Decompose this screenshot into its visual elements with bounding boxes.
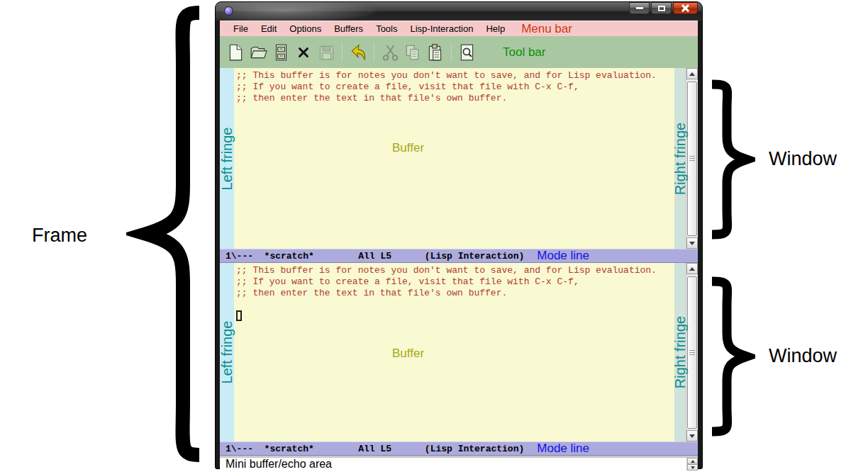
menu-item-options[interactable]: Options xyxy=(283,23,328,34)
new-file-button[interactable] xyxy=(226,43,245,62)
open-folder-icon xyxy=(249,43,267,62)
file-cabinet-icon xyxy=(272,43,290,62)
window-bottom: Left fringe ;; This buffer is for notes … xyxy=(220,263,698,442)
buffer-line: ;; If you want to create a file, visit t… xyxy=(236,276,674,288)
window-brace-top xyxy=(707,79,755,240)
tool-bar: Tool bar xyxy=(220,36,698,68)
thumb-grip-icon xyxy=(689,350,695,356)
thumb-grip-icon xyxy=(689,156,695,162)
right-fringe-top: Right fringe xyxy=(674,68,686,249)
menu-bar-annotation: Menu bar xyxy=(521,22,572,36)
frame-brace xyxy=(126,6,204,462)
buffer-line: ;; then enter the text in that file's ow… xyxy=(236,93,674,104)
minibuffer-scrollbar[interactable] xyxy=(686,458,698,471)
buffer-line: ;; This buffer is for notes you don't wa… xyxy=(236,265,674,276)
menu-item-file[interactable]: File xyxy=(227,23,255,34)
new-file-icon xyxy=(226,43,245,62)
buffer-line: ;; This buffer is for notes you don't wa… xyxy=(236,70,674,82)
search-icon xyxy=(458,43,477,62)
arrow-down-icon xyxy=(691,466,695,469)
scroll-up-button[interactable] xyxy=(687,458,698,464)
save-floppy-icon xyxy=(317,43,335,62)
buffer-line: ;; then enter the text in that file's ow… xyxy=(236,288,674,299)
close-button[interactable] xyxy=(673,2,698,14)
menu-item-tools[interactable]: Tools xyxy=(369,23,404,34)
scissors-icon xyxy=(381,43,399,62)
close-x-icon xyxy=(296,45,311,60)
undo-button[interactable] xyxy=(348,43,368,62)
scroll-up-button[interactable] xyxy=(686,68,698,79)
mode-line-annotation: Mode line xyxy=(537,249,589,263)
buffer-text-area-top[interactable]: ;; This buffer is for notes you don't wa… xyxy=(234,68,674,249)
tool-bar-annotation: Tool bar xyxy=(503,45,545,60)
maximize-icon xyxy=(658,6,665,11)
right-fringe-annotation: Right fringe xyxy=(672,316,689,388)
window-brace-bottom xyxy=(707,276,755,437)
scrollbar-thumb[interactable] xyxy=(687,82,697,236)
minibuffer[interactable]: Mini buffer/echo area xyxy=(220,456,698,471)
emacs-app-icon xyxy=(224,6,233,16)
search-button[interactable] xyxy=(457,43,477,62)
toolbar-separator xyxy=(451,43,452,62)
title-bar[interactable] xyxy=(216,2,702,21)
save-button[interactable] xyxy=(316,43,336,62)
scroll-down-button[interactable] xyxy=(686,237,698,249)
window-top: Left fringe ;; This buffer is for notes … xyxy=(220,68,698,249)
buffer-line: ;; If you want to create a file, visit t… xyxy=(236,82,674,93)
scroll-down-button[interactable] xyxy=(686,430,698,442)
arrow-up-icon xyxy=(689,72,695,76)
cut-button[interactable] xyxy=(380,43,400,62)
close-icon xyxy=(681,4,690,12)
left-fringe-bottom: Left fringe xyxy=(220,263,234,442)
menu-item-edit[interactable]: Edit xyxy=(255,23,283,34)
mode-line-top[interactable]: 1\--- *scratch* All L5 (Lisp Interaction… xyxy=(220,249,698,263)
scrollbar-thumb[interactable] xyxy=(687,276,697,429)
scroll-up-button[interactable] xyxy=(686,263,698,274)
mode-line-annotation: Mode line xyxy=(537,442,589,456)
minibuffer-annotation: Mini buffer/echo area xyxy=(220,458,686,471)
arrow-down-icon xyxy=(689,434,695,438)
toolbar-separator xyxy=(342,43,343,62)
menu-item-help[interactable]: Help xyxy=(479,23,511,34)
copy-button[interactable] xyxy=(403,43,423,62)
arrow-up-icon xyxy=(691,460,695,463)
left-fringe-top: Left fringe xyxy=(220,68,234,249)
right-fringe-annotation: Right fringe xyxy=(672,122,689,194)
menu-bar: File Edit Options Buffers Tools Lisp-Int… xyxy=(220,21,698,36)
left-fringe-annotation: Left fringe xyxy=(219,127,235,190)
dired-button[interactable] xyxy=(271,43,291,62)
window-label-bottom: Window xyxy=(769,345,837,367)
copy-icon xyxy=(404,43,422,62)
maximize-button[interactable] xyxy=(651,2,672,14)
arrow-up-icon xyxy=(689,267,695,271)
scroll-down-button[interactable] xyxy=(687,464,698,471)
undo-arrow-icon xyxy=(349,43,367,62)
right-fringe-bottom: Right fringe xyxy=(674,263,686,442)
arrow-down-icon xyxy=(689,242,695,245)
emacs-frame: File Edit Options Buffers Tools Lisp-Int… xyxy=(215,1,703,469)
mode-line-bottom[interactable]: 1\--- *scratch* All L5 (Lisp Interaction… xyxy=(220,442,698,456)
open-file-button[interactable] xyxy=(248,43,268,62)
toolbar-separator xyxy=(374,43,374,62)
buffer-annotation: Buffer xyxy=(392,348,424,359)
paste-clipboard-icon xyxy=(426,43,445,62)
paste-button[interactable] xyxy=(425,43,445,62)
minimize-button[interactable] xyxy=(629,2,650,14)
menu-item-buffers[interactable]: Buffers xyxy=(328,23,369,34)
window-label-top: Window xyxy=(769,148,837,170)
emacs-anatomy-diagram: Frame Window Window File Edit Options Bu… xyxy=(0,0,868,472)
frame-label: Frame xyxy=(32,225,87,247)
buffer-annotation: Buffer xyxy=(392,142,424,154)
mode-line-text: 1\--- *scratch* All L5 (Lisp Interaction… xyxy=(226,444,524,454)
menu-item-lisp-interaction[interactable]: Lisp-Interaction xyxy=(404,23,479,34)
minimize-icon xyxy=(636,7,643,9)
close-buffer-button[interactable] xyxy=(294,43,313,62)
buffer-text-area-bottom[interactable]: ;; This buffer is for notes you don't wa… xyxy=(234,263,674,442)
mode-line-text: 1\--- *scratch* All L5 (Lisp Interaction… xyxy=(226,251,524,262)
left-fringe-annotation: Left fringe xyxy=(219,321,235,384)
text-cursor xyxy=(236,310,242,321)
